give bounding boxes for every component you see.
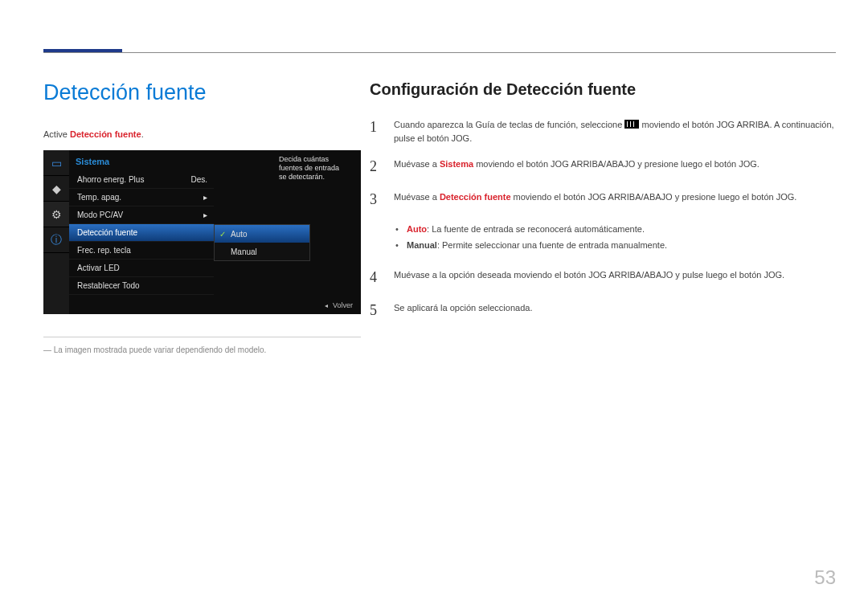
step-number: 4: [370, 267, 383, 288]
osd-item: Temp. apag.▸: [69, 189, 214, 206]
osd-submenu: ✓Auto Manual: [214, 224, 310, 261]
submenu-item-selected: ✓Auto: [215, 225, 309, 243]
step-3: 3 Muévase a Detección fuente moviendo el…: [370, 189, 836, 210]
steps-list-cont: 4 Muévase a la opción deseada moviendo e…: [370, 267, 836, 321]
step-body: Muévase a la opción deseada moviendo el …: [394, 267, 836, 288]
picture-icon: ◆: [43, 176, 69, 202]
step-body: Cuando aparezca la Guía de teclas de fun…: [394, 116, 836, 145]
osd-item: Restablecer Todo: [69, 277, 214, 295]
step-4: 4 Muévase a la opción deseada moviendo e…: [370, 267, 836, 288]
bullet-auto: Auto: La fuente de entrada se reconocerá…: [395, 222, 836, 238]
intro-strong: Detección fuente: [70, 129, 141, 139]
intro-text: Active Detección fuente.: [43, 129, 361, 139]
step-body: Se aplicará la opción seleccionada.: [394, 300, 836, 321]
step-number: 3: [370, 189, 383, 210]
steps-list: 1 Cuando aparezca la Guía de teclas de f…: [370, 116, 836, 210]
section-title: Detección fuente: [43, 80, 361, 105]
menu-icon: [624, 120, 639, 129]
osd-item: Frec. rep. tecla: [69, 242, 214, 260]
back-icon: ◂: [325, 302, 328, 309]
osd-screenshot: ▭ ◆ ⚙ ⓘ Sistema Decida cuántas fuentes d…: [43, 150, 361, 314]
option-bullets: Auto: La fuente de entrada se reconocerá…: [395, 222, 836, 254]
osd-category: Sistema: [76, 157, 109, 166]
step-number: 2: [370, 156, 383, 178]
step-5: 5 Se aplicará la opción seleccionada.: [370, 300, 836, 321]
info-icon: ⓘ: [43, 227, 69, 253]
osd-nav: ▭ ◆ ⚙ ⓘ: [43, 150, 69, 314]
tip-line: fuentes de entrada: [279, 164, 339, 172]
intro-post: .: [141, 129, 144, 139]
step-2: 2 Muévase a Sistema moviendo el botón JO…: [370, 156, 836, 178]
submenu-item: Manual: [215, 243, 309, 260]
page-number: 53: [814, 566, 836, 589]
step-number: 1: [370, 116, 383, 145]
check-icon: ✓: [219, 230, 226, 239]
right-column: Configuración de Detección fuente 1 Cuan…: [370, 80, 836, 333]
left-column: Detección fuente Active Detección fuente…: [43, 80, 361, 354]
config-title: Configuración de Detección fuente: [370, 80, 836, 99]
tip-line: Decida cuántas: [279, 155, 329, 163]
intro-pre: Active: [43, 129, 70, 139]
osd-item: Activar LED: [69, 260, 214, 277]
step-body: Muévase a Sistema moviendo el botón JOG …: [394, 156, 836, 178]
disclaimer: ― La imagen mostrada puede variar depend…: [43, 345, 361, 354]
osd-item: Ahorro energ. PlusDes.: [69, 171, 214, 189]
osd-menu: Ahorro energ. PlusDes. Temp. apag.▸ Modo…: [69, 171, 214, 295]
osd-footer: ◂Volver: [325, 301, 353, 309]
osd-tip: Decida cuántas fuentes de entrada se det…: [279, 155, 356, 181]
osd-item: Modo PC/AV▸: [69, 206, 214, 224]
step-body: Muévase a Detección fuente moviendo el b…: [394, 189, 836, 210]
step-number: 5: [370, 300, 383, 321]
bullet-manual: Manual: Permite seleccionar una fuente d…: [395, 238, 836, 254]
osd-item-selected: Detección fuente: [69, 224, 214, 242]
tip-line: se detectarán.: [279, 173, 325, 181]
settings-icon: ⚙: [43, 202, 69, 227]
header-rule: [43, 52, 836, 53]
divider: [43, 337, 361, 337]
monitor-icon: ▭: [43, 150, 69, 176]
step-1: 1 Cuando aparezca la Guía de teclas de f…: [370, 116, 836, 145]
